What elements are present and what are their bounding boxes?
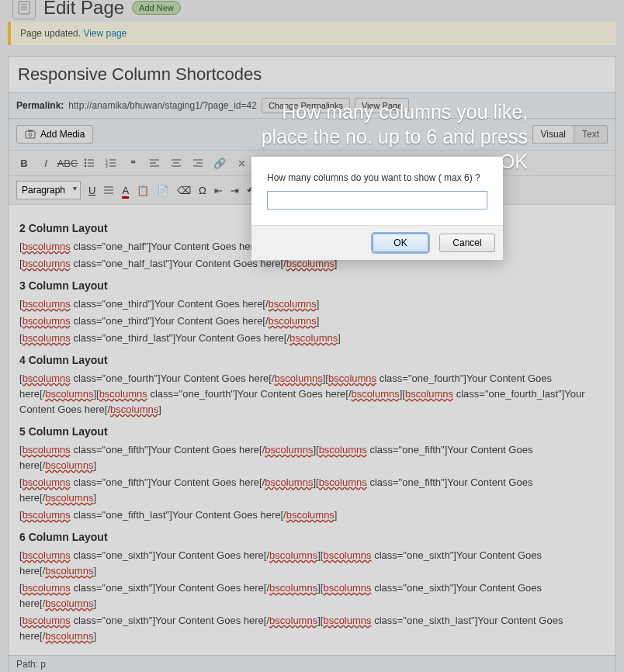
add-media-label: Add Media xyxy=(40,129,85,140)
underline-icon[interactable]: U xyxy=(88,185,95,196)
permalink-url: http://anamika/bhuwan/staging1/?page_id=… xyxy=(68,100,257,111)
heading-6col: 6 Column Layout xyxy=(19,529,605,545)
add-media-button[interactable]: Add Media xyxy=(16,125,93,144)
svg-point-7 xyxy=(85,159,86,161)
line-6b: [bscolumns class="one_sixth"]Your Conten… xyxy=(19,580,605,611)
tab-text[interactable]: Text xyxy=(574,125,608,144)
page-title: Edit Page xyxy=(43,0,124,19)
cancel-button[interactable]: Cancel xyxy=(439,234,495,252)
view-page-link[interactable]: View page xyxy=(83,28,127,39)
clear-format-icon[interactable]: ⌫ xyxy=(177,185,191,196)
post-title-input[interactable] xyxy=(9,57,615,93)
line-4: [bscolumns class="one_fourth"]Your Conte… xyxy=(19,371,605,417)
ok-button[interactable]: OK xyxy=(373,234,428,252)
prompt-dialog: How many columns do you want to show ( m… xyxy=(251,157,503,260)
svg-point-11 xyxy=(85,165,86,167)
heading-3col: 3 Column Layout xyxy=(19,278,605,293)
svg-point-5 xyxy=(29,133,32,137)
camera-icon xyxy=(25,129,36,140)
line-3b: [bscolumns class="one_third"]Your Conten… xyxy=(19,313,605,329)
permalink-label: Permalink: xyxy=(16,100,64,111)
line-5b: [bscolumns class="one_fifth"]Your Conten… xyxy=(19,475,605,506)
line-6c: [bscolumns class="one_sixth"]Your Conten… xyxy=(19,613,605,644)
paste-text-icon[interactable]: 📋 xyxy=(137,185,149,196)
paste-word-icon[interactable]: 📄 xyxy=(157,185,169,196)
svg-rect-0 xyxy=(19,2,29,14)
link-icon[interactable]: 🔗 xyxy=(212,155,227,171)
outdent-icon[interactable]: ⇤ xyxy=(214,185,223,196)
align-right-icon[interactable] xyxy=(190,155,206,171)
text-color-icon[interactable]: A xyxy=(122,185,129,196)
editor-tabs: Visual Text xyxy=(532,125,608,144)
dialog-prompt-text: How many columns do you want to show ( m… xyxy=(267,172,487,183)
page-icon xyxy=(12,0,36,19)
align-center-icon[interactable] xyxy=(168,155,184,171)
bold-icon[interactable]: B xyxy=(16,155,32,171)
line-5c: [bscolumns class="one_fifth_last"]Your C… xyxy=(19,507,605,523)
strike-icon[interactable]: ABC xyxy=(60,155,75,171)
line-6a: [bscolumns class="one_sixth"]Your Conten… xyxy=(19,548,605,579)
indent-icon[interactable]: ⇥ xyxy=(231,185,239,196)
tab-visual[interactable]: Visual xyxy=(532,125,574,144)
update-notice: Page updated. View page xyxy=(8,22,616,45)
columns-input[interactable] xyxy=(267,191,487,210)
italic-icon[interactable]: I xyxy=(38,155,54,171)
heading-4col: 4 Column Layout xyxy=(19,352,605,368)
heading-5col: 5 Column Layout xyxy=(19,424,605,439)
format-select[interactable]: Paragraph xyxy=(16,181,81,199)
align-justify-icon[interactable] xyxy=(103,185,114,196)
ul-icon[interactable] xyxy=(81,155,97,171)
ol-icon[interactable]: 123 xyxy=(103,155,119,171)
line-3a: [bscolumns class="one_third"]Your Conten… xyxy=(19,296,605,312)
svg-point-9 xyxy=(85,162,86,164)
svg-rect-6 xyxy=(28,130,33,132)
line-3c: [bscolumns class="one_third_last"]Your C… xyxy=(19,331,605,346)
editor-path: Path: p xyxy=(9,655,615,672)
notice-text: Page updated. xyxy=(20,28,83,39)
line-5a: [bscolumns class="one_fifth"]Your Conten… xyxy=(19,442,605,473)
align-left-icon[interactable] xyxy=(147,155,162,171)
svg-text:3: 3 xyxy=(106,164,108,168)
editor-content[interactable]: 2 Column Layout [bscolumns class="one_ha… xyxy=(9,205,615,655)
charmap-icon[interactable]: Ω xyxy=(199,185,206,196)
quote-icon[interactable]: ❝ xyxy=(125,155,140,171)
add-new-button[interactable]: Add New xyxy=(132,1,181,15)
svg-rect-4 xyxy=(26,131,35,138)
